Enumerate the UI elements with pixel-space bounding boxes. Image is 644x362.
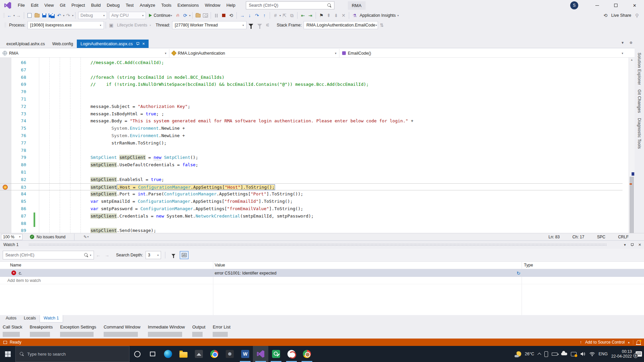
show-hidden-icons-chevron[interactable] <box>537 353 541 356</box>
indent-increase-icon[interactable]: ⇥ <box>307 11 314 19</box>
scroll-up-arrow[interactable]: ▲ <box>629 58 635 61</box>
chrome-profile-button[interactable] <box>299 346 315 362</box>
watch-search-input[interactable]: Search (Ctrl+E) ▾ <box>3 251 94 259</box>
refresh-value-icon[interactable]: ↻ <box>517 270 521 276</box>
chrome-button[interactable] <box>207 346 222 362</box>
application-insights-icon[interactable]: ⚗ <box>351 11 358 19</box>
pin-tab-icon[interactable] <box>136 42 139 45</box>
pointer-mode-icon[interactable]: ⇱ <box>281 11 288 19</box>
breakpoint-settings-icon[interactable]: # <box>272 11 279 19</box>
line-number[interactable]: 66 <box>13 59 26 66</box>
line-number[interactable]: 75 <box>13 125 26 132</box>
solution-config-select[interactable]: Debug▾ <box>78 12 107 19</box>
edge-button[interactable] <box>160 346 176 362</box>
format-values-toggle[interactable]: ab <box>180 251 189 259</box>
your-phone-icon[interactable] <box>544 351 548 357</box>
add-watch-item[interactable]: Add item to watch <box>0 277 644 284</box>
code-line[interactable]: 78 <box>0 147 623 154</box>
menu-debug[interactable]: Debug <box>104 3 122 8</box>
code-line[interactable]: 72message.Subject = "Authorization Key"; <box>0 103 623 110</box>
member-dropdown[interactable]: EmailCode() ▾ <box>339 49 635 57</box>
window-options-icon[interactable]: ⚙ <box>630 41 633 45</box>
line-number[interactable]: 78 <box>13 147 26 154</box>
show-next-statement-icon[interactable]: → <box>238 11 246 19</box>
screenshot-icon[interactable] <box>202 11 209 19</box>
window-position-icon[interactable]: ▾ <box>624 243 626 247</box>
code-line[interactable]: 73message.IsBodyHtml = true; ; <box>0 110 623 118</box>
menu-window[interactable]: Window <box>202 3 223 8</box>
cortana-button[interactable] <box>129 346 145 362</box>
watch-column-header[interactable]: Type <box>524 263 533 267</box>
line-number[interactable]: 72 <box>13 103 26 110</box>
side-tab-solution-explorer[interactable]: Solution Explorer <box>637 53 642 85</box>
window-tab-breakpoints[interactable]: Breakpoints <box>30 324 53 337</box>
stop-debugging-icon[interactable] <box>220 11 227 19</box>
line-indicator[interactable]: Ln: 83 <box>548 235 559 239</box>
close-button[interactable]: ✕ <box>625 0 644 11</box>
process-select[interactable]: [19060] iisexpress.exe▾ <box>28 21 104 29</box>
watch-column-header[interactable]: Name <box>10 263 21 267</box>
window-tab-immediate-window[interactable]: Immediate Window <box>148 324 185 337</box>
temperature[interactable]: 26°C <box>525 352 534 356</box>
taskbar-clock[interactable]: 00:13 22-04-2022 <box>611 349 632 359</box>
window-tab-output[interactable]: Output <box>192 324 205 337</box>
window-tab-call-stack[interactable]: Call Stack <box>3 324 22 337</box>
notifications-bell-icon[interactable] <box>637 340 641 344</box>
taskbar-search-input[interactable]: Type here to search <box>15 346 129 362</box>
open-file-icon[interactable] <box>33 11 41 19</box>
line-number[interactable]: 89 <box>13 227 26 233</box>
code-line[interactable]: 86var smtpPassword = ConfigurationManage… <box>0 205 623 213</box>
code-line[interactable]: 84smtpClient.Port = int.Parse(Configurat… <box>0 190 623 198</box>
red-utility-button[interactable] <box>284 346 299 362</box>
display-cast-icon[interactable] <box>571 352 577 356</box>
code-line[interactable]: 70 <box>0 88 623 96</box>
menu-analyze[interactable]: Analyze <box>137 3 158 8</box>
task-view-button[interactable] <box>145 346 160 362</box>
code-cleanup-icon[interactable]: ✎ <box>84 235 87 239</box>
code-line[interactable]: 89smtpClient.Send(message); <box>0 227 623 233</box>
menu-view[interactable]: View <box>41 3 57 8</box>
line-number[interactable]: 84 <box>13 190 26 198</box>
line-number[interactable]: 87 <box>13 213 26 220</box>
line-number[interactable]: 80 <box>13 161 26 169</box>
code-line[interactable]: 66//message.CC.Add(ccEmailId); <box>0 59 623 66</box>
dark-app-button[interactable] <box>222 346 237 362</box>
code-line[interactable]: 67 <box>0 66 623 74</box>
panel-tab-watch-1[interactable]: Watch 1 <box>40 315 63 322</box>
green-utility-button[interactable] <box>268 346 284 362</box>
restart-icon[interactable]: ⟲ <box>227 11 235 19</box>
break-all-icon[interactable] <box>213 11 220 19</box>
photos-app-button[interactable] <box>191 346 207 362</box>
line-number[interactable]: 69 <box>13 81 26 88</box>
project-dropdown[interactable]: RMA ▾ <box>0 49 169 57</box>
line-number[interactable]: 88 <box>13 220 26 227</box>
panel-drag-handle[interactable] <box>29 243 607 246</box>
filter-threads-icon[interactable] <box>249 24 253 26</box>
active-files-dropdown-icon[interactable]: ▼ <box>621 41 624 45</box>
pin-icon[interactable] <box>631 243 634 246</box>
add-to-source-control-button[interactable]: Add to Source Control <box>585 340 625 345</box>
feedback-icon[interactable]: ⚲ <box>633 11 641 19</box>
line-number[interactable]: 67 <box>13 66 26 74</box>
menu-help[interactable]: Help <box>223 3 238 8</box>
browse-with-icon[interactable] <box>194 11 202 19</box>
panel-tab-locals[interactable]: Locals <box>20 315 40 322</box>
continue-button[interactable]: Continue ▾ <box>147 13 174 18</box>
line-number[interactable]: 81 <box>13 169 26 176</box>
action-center-icon[interactable]: 8 <box>636 351 642 357</box>
new-file-icon[interactable] <box>26 11 33 19</box>
minimize-button[interactable] <box>588 0 606 11</box>
code-line[interactable]: 80smtpClient.UseDefaultCredentials = fal… <box>0 161 623 169</box>
bookmark-icon[interactable]: ⚑ <box>318 11 325 19</box>
visual-studio-button[interactable] <box>253 346 268 362</box>
code-line[interactable]: 77strRanNum.ToString(); <box>0 139 623 147</box>
step-over-icon[interactable]: ↷ <box>253 11 261 19</box>
code-line[interactable]: 87smtpClient.Credentials = new System.Ne… <box>0 213 623 220</box>
side-tab-git-changes[interactable]: Git Changes <box>637 89 642 113</box>
watch-column-header[interactable]: Value <box>215 263 225 267</box>
panel-tab-autos[interactable]: Autos <box>2 315 20 322</box>
start-button[interactable] <box>0 346 15 362</box>
weather-icon[interactable] <box>516 351 521 357</box>
issues-status[interactable]: No issues found <box>37 235 65 239</box>
solution-platform-select[interactable]: Any CPU▾ <box>109 12 146 19</box>
